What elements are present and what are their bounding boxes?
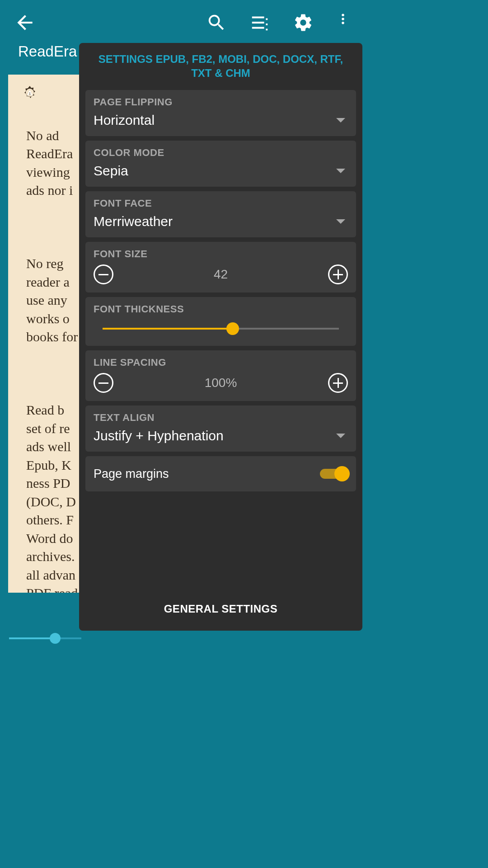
chevron-down-icon bbox=[336, 118, 345, 123]
color-mode-row: COLOR MODE Sepia bbox=[85, 141, 356, 187]
line-spacing-decrease[interactable] bbox=[94, 373, 113, 393]
setting-label: FONT FACE bbox=[94, 198, 348, 209]
svg-point-2 bbox=[342, 22, 344, 24]
reading-progress[interactable] bbox=[9, 637, 81, 639]
chevron-down-icon bbox=[336, 434, 345, 438]
setting-label: PAGE FLIPPING bbox=[94, 96, 348, 108]
reader-paragraph: No ad ReadEra viewing ads nor i bbox=[26, 128, 73, 198]
page-flipping-row: PAGE FLIPPING Horizontal bbox=[85, 90, 356, 136]
setting-label: FONT THICKNESS bbox=[94, 303, 348, 315]
setting-label: COLOR MODE bbox=[94, 147, 348, 159]
chevron-down-icon bbox=[336, 219, 345, 224]
reader-paragraph: No reg reader a use any works o books fo… bbox=[26, 256, 78, 344]
font-size-value: 42 bbox=[214, 267, 228, 282]
dropdown-value: Merriweather bbox=[94, 214, 173, 229]
svg-point-0 bbox=[342, 14, 344, 17]
font-thickness-row: FONT THICKNESS bbox=[85, 297, 356, 346]
line-spacing-row: LINE SPACING 100% bbox=[85, 350, 356, 401]
more-icon[interactable] bbox=[336, 12, 350, 33]
page-margins-toggle[interactable] bbox=[320, 466, 348, 481]
font-size-row: FONT SIZE 42 bbox=[85, 242, 356, 292]
svg-text:A: A bbox=[28, 89, 33, 97]
font-face-dropdown[interactable]: Merriweather bbox=[94, 214, 348, 229]
dropdown-value: Justify + Hyphenation bbox=[94, 428, 224, 443]
panel-title: SETTINGS EPUB, FB2, MOBI, DOC, DOCX, RTF… bbox=[85, 52, 356, 80]
gear-icon[interactable] bbox=[293, 12, 314, 33]
page-flipping-dropdown[interactable]: Horizontal bbox=[94, 113, 348, 128]
setting-label: TEXT ALIGN bbox=[94, 412, 348, 424]
settings-panel: SETTINGS EPUB, FB2, MOBI, DOC, DOCX, RTF… bbox=[79, 43, 362, 631]
setting-label: LINE SPACING bbox=[94, 357, 348, 368]
header-toolbar bbox=[0, 0, 370, 45]
page-margins-row: Page margins bbox=[85, 456, 356, 491]
line-spacing-increase[interactable] bbox=[328, 373, 348, 393]
font-thickness-slider[interactable] bbox=[103, 320, 339, 338]
general-settings-button[interactable]: GENERAL SETTINGS bbox=[85, 587, 356, 631]
text-align-row: TEXT ALIGN Justify + Hyphenation bbox=[85, 406, 356, 452]
color-mode-dropdown[interactable]: Sepia bbox=[94, 163, 348, 179]
svg-point-1 bbox=[342, 18, 344, 20]
dropdown-value: Horizontal bbox=[94, 113, 155, 128]
line-spacing-value: 100% bbox=[205, 376, 237, 390]
toc-icon[interactable] bbox=[249, 12, 270, 33]
font-size-decrease[interactable] bbox=[94, 264, 113, 284]
font-face-row: FONT FACE Merriweather bbox=[85, 191, 356, 237]
search-icon[interactable] bbox=[206, 12, 227, 33]
toggle-label: Page margins bbox=[94, 467, 169, 481]
dropdown-value: Sepia bbox=[94, 163, 128, 179]
setting-label: FONT SIZE bbox=[94, 248, 348, 260]
chevron-down-icon bbox=[336, 169, 345, 173]
text-align-dropdown[interactable]: Justify + Hyphenation bbox=[94, 428, 348, 443]
font-size-increase[interactable] bbox=[328, 264, 348, 284]
back-icon[interactable] bbox=[14, 11, 36, 34]
brightness-icon[interactable]: A bbox=[22, 85, 38, 101]
